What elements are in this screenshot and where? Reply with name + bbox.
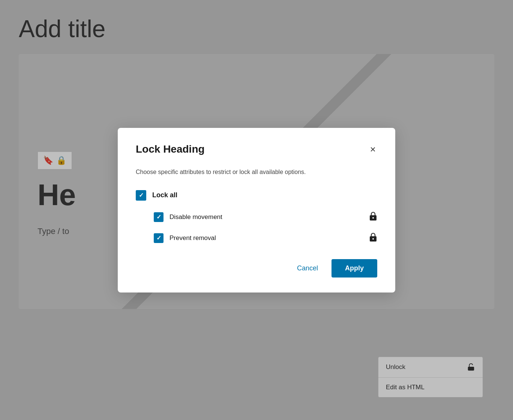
apply-button[interactable]: Apply [332, 259, 377, 278]
sub-options: ✓ Disable movement ✓ Prevent removal [136, 211, 377, 244]
cancel-button[interactable]: Cancel [291, 261, 324, 276]
svg-rect-2 [372, 217, 374, 219]
modal-footer: Cancel Apply [136, 259, 377, 278]
disable-movement-label: Disable movement [170, 213, 222, 221]
modal-overlay: Lock Heading × Choose specific attribute… [0, 0, 513, 420]
prevent-removal-checkbox[interactable]: ✓ [154, 233, 164, 243]
disable-movement-row: ✓ Disable movement [154, 211, 377, 223]
modal-title: Lock Heading [136, 143, 205, 155]
prevent-removal-checkmark: ✓ [156, 234, 161, 242]
prevent-removal-label: Prevent removal [170, 234, 216, 242]
modal-header: Lock Heading × [136, 143, 377, 156]
lock-all-label: Lock all [152, 191, 177, 199]
svg-rect-4 [372, 238, 374, 240]
modal-description: Choose specific attributes to restrict o… [136, 168, 377, 177]
lock-heading-modal: Lock Heading × Choose specific attribute… [118, 128, 395, 292]
disable-movement-checkbox[interactable]: ✓ [154, 212, 164, 222]
disable-movement-lock-icon [369, 211, 377, 223]
lock-all-checkmark: ✓ [139, 192, 144, 199]
prevent-removal-lock-icon [369, 232, 377, 244]
prevent-removal-row: ✓ Prevent removal [154, 232, 377, 244]
disable-movement-checkmark: ✓ [156, 213, 161, 220]
lock-all-row: ✓ Lock all [136, 190, 377, 201]
lock-all-checkbox[interactable]: ✓ [136, 190, 146, 201]
modal-close-button[interactable]: × [369, 143, 377, 156]
